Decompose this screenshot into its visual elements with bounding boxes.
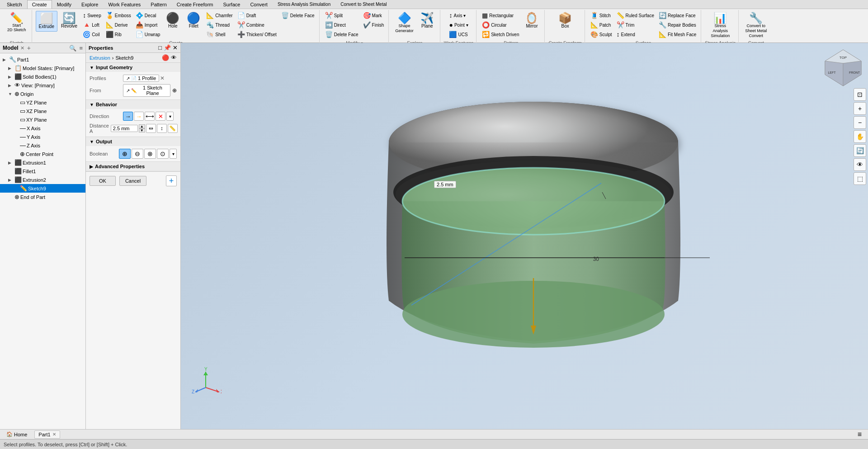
dist-measure-btn[interactable]: 📏 <box>168 124 178 133</box>
tab-modify[interactable]: Modify <box>52 0 76 9</box>
tree-expand-solid-bodies[interactable]: ▶ <box>8 75 14 79</box>
bool-more-btn[interactable]: ▾ <box>170 149 177 159</box>
tab-explore[interactable]: Explore <box>76 0 103 9</box>
extend-button[interactable]: ↕Extend <box>615 30 656 39</box>
add-model-tab[interactable]: + <box>27 44 31 52</box>
thicken-offset-button[interactable]: ➕Thicken/ Offset <box>236 30 278 39</box>
mirror-button[interactable]: 🪞 Mirror <box>522 11 542 31</box>
tree-menu-icon[interactable]: ≡ <box>79 45 83 52</box>
hole-button[interactable]: ⚫ Hole <box>163 11 183 31</box>
draft-button[interactable]: 📄Draft <box>236 11 278 20</box>
axis-button[interactable]: ↕Axis ▾ <box>447 11 470 20</box>
breadcrumb-eye-icon[interactable]: 👁 <box>171 54 177 61</box>
tree-expand-extrusion2[interactable]: ▶ <box>8 178 14 182</box>
tree-item-origin[interactable]: ▼ ⊕ Origin <box>0 90 85 98</box>
breadcrumb-parent[interactable]: Extrusion <box>90 55 110 61</box>
advanced-header[interactable]: ▶ Advanced Properties <box>86 162 180 171</box>
sketch-driven-button[interactable]: 🔁Sketch Driven <box>480 30 521 39</box>
patch-button[interactable]: 📐Patch <box>589 20 614 29</box>
point-button[interactable]: ●Point ▾ <box>447 20 470 29</box>
part1-tab[interactable]: Part1 ✕ <box>34 430 60 439</box>
vp-zoom-in-btn[interactable]: + <box>854 102 866 115</box>
behavior-header[interactable]: ▼ Behavior <box>86 100 180 109</box>
direction-btn-2[interactable]: → <box>134 112 144 121</box>
viewport[interactable]: 2.5 mm 30 ⊡ + − ✋ 🔄 👁 ⬚ TOP LEFT FRONT <box>181 43 868 429</box>
tree-item-view[interactable]: ▶ 👁 View: [Primary] <box>0 81 85 90</box>
ok-button[interactable]: OK <box>90 176 116 186</box>
vp-look-at-btn[interactable]: 👁 <box>854 158 866 171</box>
extrude-button[interactable]: ⬜ Extrude <box>36 11 57 32</box>
import-button[interactable]: 📥Import <box>134 20 162 29</box>
vp-pan-btn[interactable]: ✋ <box>854 130 866 143</box>
tree-expand-extrusion1[interactable]: ▶ <box>8 161 14 165</box>
from-extra-icon[interactable]: ⊕ <box>172 87 177 94</box>
shell-button[interactable]: 🐚Shell <box>204 30 234 39</box>
tab-freeform[interactable]: Create Freeform <box>172 0 218 9</box>
loft-button[interactable]: 🔺Loft <box>81 20 103 29</box>
trim-button[interactable]: ✂️Trim <box>615 20 656 29</box>
delete-face-button[interactable]: 🗑️Delete Face <box>279 11 316 20</box>
rectangular-button[interactable]: ▦Rectangular <box>480 11 521 20</box>
tree-expand-origin[interactable]: ▼ <box>8 92 14 96</box>
profiles-clear-icon[interactable]: ✕ <box>160 75 165 81</box>
delete-face-btn2[interactable]: 🗑️Delete Face <box>323 30 360 39</box>
tree-item-y-axis[interactable]: — Y Axis <box>0 132 85 141</box>
breadcrumb-orange-icon[interactable]: 🔴 <box>162 54 169 61</box>
tree-item-end-of-part[interactable]: ⊗ End of Part <box>0 193 85 201</box>
model-tab[interactable]: Model <box>3 45 19 51</box>
tab-sheet-metal[interactable]: Convert to Sheet Metal <box>335 0 392 9</box>
tab-convert[interactable]: Convert <box>245 0 273 9</box>
box-button[interactable]: 📦 Box <box>555 11 575 31</box>
emboss-button[interactable]: 🏅Emboss <box>104 11 133 20</box>
tree-item-extrusion1[interactable]: ▶ ⬛ Extrusion1 <box>0 158 85 167</box>
tab-create[interactable]: Create <box>27 0 52 9</box>
from-selector[interactable]: ↗ ✏️ 1 Sketch Plane <box>123 84 170 97</box>
profiles-selector[interactable]: ↗ 📄 1 Profile <box>123 75 159 82</box>
bool-intersect-btn[interactable]: ⊗ <box>144 149 156 159</box>
tree-item-solid-bodies[interactable]: ▶ ⬛ Solid Bodies(1) <box>0 72 85 81</box>
tab-pattern[interactable]: Pattern <box>146 0 171 9</box>
tab-stress[interactable]: Stress Analysis Simulation <box>273 0 335 9</box>
unwrap-button[interactable]: 📄Unwrap <box>134 30 162 39</box>
combine-button[interactable]: ✂️Combine <box>236 20 278 29</box>
properties-expand-icon[interactable]: □ <box>158 44 162 51</box>
add-button[interactable]: + <box>166 175 177 186</box>
tree-search-icon[interactable]: 🔍 <box>69 45 76 52</box>
direction-btn-4[interactable]: ✕ <box>156 112 165 121</box>
finish-button[interactable]: ✔️Finish <box>361 20 386 29</box>
tree-item-xz-plane[interactable]: ▭ XZ Plane <box>0 107 85 115</box>
tree-item-x-axis[interactable]: — X Axis <box>0 124 85 132</box>
direction-btn-1[interactable]: → <box>123 112 133 121</box>
vp-orbit-btn[interactable]: 🔄 <box>854 144 866 157</box>
stress-analysis-button[interactable]: 📊 StressAnalysisSimulation <box>708 11 732 40</box>
revolve-button[interactable]: 🔄 Revolve <box>58 11 80 31</box>
direction-more-btn[interactable]: ▾ <box>166 112 174 121</box>
tree-item-part1[interactable]: ▶ 🔧 Part1 <box>0 55 85 64</box>
vp-viewcube-icon[interactable]: ⬚ <box>854 172 866 185</box>
dist-flip-btn[interactable]: ↕ <box>157 124 167 133</box>
properties-close-icon[interactable]: ✕ <box>173 44 178 51</box>
tree-item-fillet1[interactable]: ⬛ Fillet1 <box>0 167 85 175</box>
ucs-button[interactable]: 🟦UCS <box>447 30 470 39</box>
decal-button[interactable]: 💠Decal <box>134 11 162 20</box>
bool-join-btn[interactable]: ⊕ <box>119 149 131 159</box>
bool-new-btn[interactable]: ⊙ <box>157 149 169 159</box>
start-2d-sketch-button[interactable]: ✏️ Start2D Sketch <box>5 11 29 34</box>
input-geometry-header[interactable]: ▼ Input Geometry <box>86 63 180 72</box>
vp-zoom-fit-btn[interactable]: ⊡ <box>854 88 866 101</box>
mark-button[interactable]: 🎯Mark <box>361 11 386 20</box>
fit-mesh-face-button[interactable]: 📐Fit Mesh Face <box>657 30 698 39</box>
bool-cut-btn[interactable]: ⊖ <box>132 149 143 159</box>
circular-button[interactable]: ⭕Circular <box>480 20 521 29</box>
distance-spin-up[interactable]: ▲ <box>139 124 145 128</box>
tree-item-model-states[interactable]: ▶ 📋 Model States: [Primary] <box>0 64 85 72</box>
plane-button[interactable]: ✈️ Plane <box>417 11 437 31</box>
tab-sketch[interactable]: Sketch <box>2 0 27 9</box>
properties-pin-icon[interactable]: 📌 <box>164 44 171 51</box>
home-tab[interactable]: 🏠 Home <box>3 430 31 438</box>
vp-zoom-out-btn[interactable]: − <box>854 116 866 129</box>
close-model-tab[interactable]: ✕ <box>20 45 24 51</box>
tree-expand-view[interactable]: ▶ <box>8 83 14 88</box>
chamfer-button[interactable]: 📐Chamfer <box>204 11 234 20</box>
shape-generator-button[interactable]: 🔷 ShapeGenerator <box>392 11 416 35</box>
